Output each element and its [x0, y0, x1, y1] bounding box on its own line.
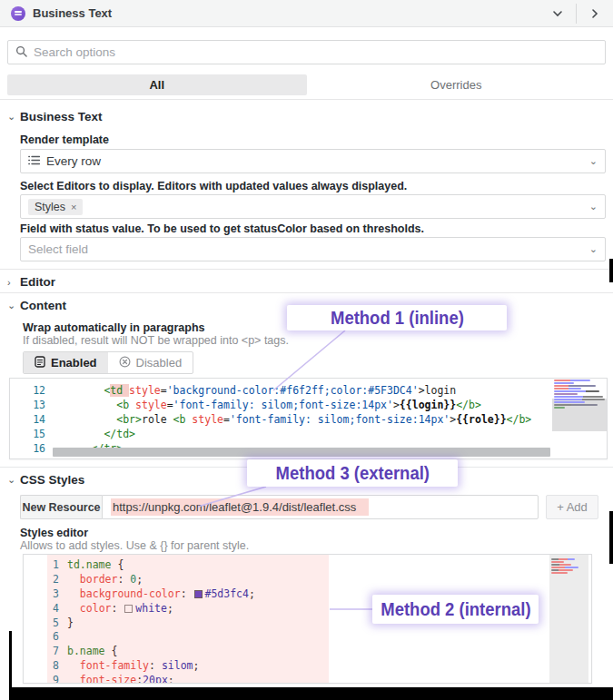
editor-minimap[interactable] [552, 379, 607, 449]
expand-pane-arrow-right-icon[interactable] [577, 0, 613, 26]
panel-header: Business Text [0, 0, 613, 27]
left-edge-artifact [9, 631, 12, 687]
wrap-disabled-option[interactable]: Disabled [108, 352, 193, 373]
new-resource-value: https://unpkg.com/leaflet@1.9.4/dist/lea… [111, 498, 369, 516]
new-resource-label: New Resource [20, 495, 102, 519]
options-tabs: All Overrides [7, 74, 606, 95]
annotation-method3: Method 3 (external) [247, 459, 458, 487]
section-content[interactable]: ⌄ Content [7, 299, 66, 312]
new-resource-input[interactable]: https://unpkg.com/leaflet@1.9.4/dist/lea… [102, 495, 539, 519]
selected-chip-styles[interactable]: Styles × [28, 199, 83, 215]
panel-options-pane: Business Text Search options All Overrid… [0, 0, 613, 700]
chevron-down-icon: ⌄ [589, 201, 598, 212]
editors-label: Select Editors to display. Editors with … [20, 180, 407, 192]
selection-highlight-overlay [47, 555, 329, 683]
chevron-down-icon: ⌄ [589, 243, 598, 255]
bottom-edge-artifact [9, 687, 613, 700]
business-text-plugin-icon [11, 6, 25, 21]
right-edge-artifact [609, 511, 613, 564]
annotation-method2: Method 2 (internal) [372, 595, 539, 624]
render-template-select[interactable]: Every row ⌄ [20, 149, 606, 173]
divider [0, 269, 613, 270]
right-edge-artifact [609, 259, 613, 282]
section-title: Editor [20, 275, 55, 289]
add-resource-button[interactable]: + Add [546, 495, 598, 519]
search-placeholder: Search options [34, 45, 115, 59]
section-title: Content [20, 299, 66, 312]
wrap-label: Wrap automatically in paragraphs [23, 321, 205, 334]
paragraph-icon [35, 356, 45, 370]
chevron-down-icon: ⌄ [7, 300, 20, 311]
section-business-text[interactable]: ⌄ Business Text [7, 110, 103, 123]
wrap-radio-group: Enabled Disabled [23, 351, 193, 374]
divider [0, 99, 613, 100]
disabled-label: Disabled [136, 356, 183, 370]
enabled-label: Enabled [51, 356, 97, 370]
chevron-right-icon: › [7, 277, 20, 288]
list-ul-icon [28, 154, 40, 168]
panel-title: Business Text [33, 6, 112, 20]
divider [0, 292, 613, 293]
editor-minimap[interactable] [549, 555, 588, 683]
select-field-placeholder: Select field [28, 242, 88, 256]
chevron-down-icon: ⌄ [7, 111, 20, 123]
annotation-text: Method 3 (external) [275, 462, 429, 484]
line-numbers: 1213141516 [10, 383, 54, 458]
chevron-down-icon: ⌄ [7, 474, 20, 486]
section-title: Business Text [20, 110, 103, 123]
styles-editor-label: Styles editor [20, 527, 88, 539]
search-icon [15, 44, 27, 61]
remove-chip-icon[interactable]: × [71, 202, 76, 212]
circle-x-icon [119, 356, 131, 370]
section-title: CSS Styles [20, 473, 84, 487]
render-template-label: Render template [20, 133, 109, 146]
annotation-text: Method 2 (internal) [381, 598, 530, 620]
search-options-input[interactable]: Search options [7, 40, 606, 64]
render-template-value: Every row [46, 154, 101, 168]
editors-multiselect[interactable]: Styles × ⌄ [20, 194, 606, 219]
annotation-text: Method 1 (inline) [331, 307, 464, 329]
chevron-down-icon: ⌄ [589, 155, 598, 167]
status-field-label: Field with status value. To be used to g… [20, 222, 424, 235]
collapse-chevron-down-icon[interactable] [539, 0, 576, 26]
wrap-enabled-option[interactable]: Enabled [24, 352, 108, 373]
status-field-select[interactable]: Select field ⌄ [20, 237, 606, 261]
section-css-styles[interactable]: ⌄ CSS Styles [7, 473, 84, 487]
section-editor[interactable]: › Editor [7, 275, 55, 289]
annotation-method1: Method 1 (inline) [287, 305, 507, 330]
horizontal-scrollbar[interactable] [53, 448, 550, 457]
styles-editor-description: Allows to add styles. Use & {} for paren… [20, 539, 249, 552]
wrap-description: If disabled, result will NOT be wrapped … [23, 334, 289, 347]
tab-all[interactable]: All [7, 74, 307, 95]
tab-overrides[interactable]: Overrides [307, 74, 607, 95]
chip-label: Styles [35, 201, 65, 213]
